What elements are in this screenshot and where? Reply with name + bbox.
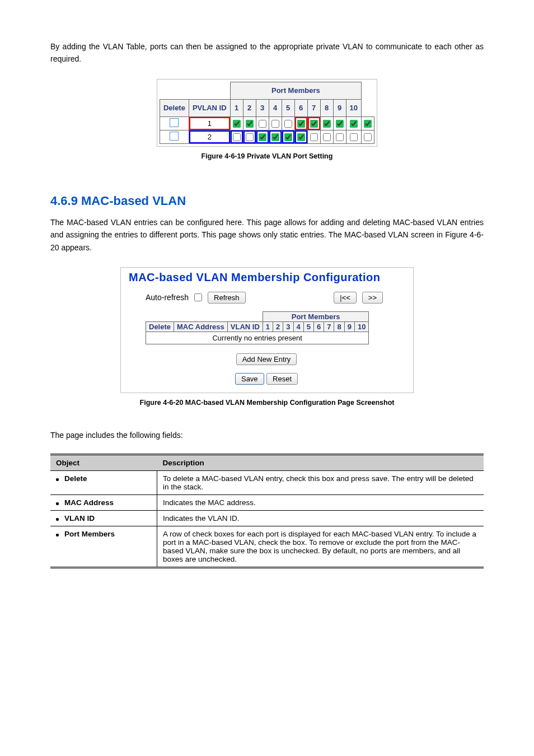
port-col-7: 7 xyxy=(307,99,320,116)
port-col-4: 4 xyxy=(293,321,303,332)
pvlan-table: Port Members DeletePVLAN ID12345678910 1… xyxy=(160,82,374,144)
port-member-checkbox[interactable] xyxy=(259,120,266,128)
object-name: VLAN ID xyxy=(64,514,95,522)
port-col-7: 7 xyxy=(324,321,334,332)
object-name: MAC Address xyxy=(64,498,114,507)
port-member-checkbox[interactable] xyxy=(364,120,372,128)
port-member-checkbox[interactable] xyxy=(297,120,305,128)
port-member-checkbox[interactable] xyxy=(297,133,305,141)
pvlanid-header: PVLAN ID xyxy=(189,99,230,116)
table-row: Port MembersA row of check boxes for eac… xyxy=(50,526,484,568)
object-name: Delete xyxy=(64,474,87,483)
table-row: MAC AddressIndicates the MAC address. xyxy=(50,495,484,511)
port-member-checkbox[interactable] xyxy=(350,133,358,141)
port-member-checkbox[interactable] xyxy=(246,133,254,141)
object-description: A row of check boxes for each port is di… xyxy=(157,526,484,568)
object-description: To delete a MAC-based VLAN entry, check … xyxy=(157,471,484,495)
vlanid-header: VLAN ID xyxy=(227,321,263,332)
mv-port-members-header: Port Members xyxy=(263,311,369,321)
port-col-4: 4 xyxy=(269,99,282,116)
port-member-checkbox[interactable] xyxy=(350,120,358,128)
port-member-checkbox[interactable] xyxy=(284,133,292,141)
intro-paragraph: By adding the VLAN Table, ports can then… xyxy=(50,40,484,66)
port-member-checkbox[interactable] xyxy=(271,133,279,141)
port-col-1: 1 xyxy=(263,321,273,332)
port-col-2: 2 xyxy=(273,321,283,332)
mv-empty-message: Currently no entries present xyxy=(146,332,369,344)
pvlan-row-2: 2 xyxy=(160,130,374,143)
port-col-1: 1 xyxy=(230,99,243,116)
port-member-checkbox[interactable] xyxy=(336,133,344,141)
port-member-checkbox[interactable] xyxy=(233,133,241,141)
port-col-5: 5 xyxy=(282,99,294,116)
table-intro-paragraph: The page includes the following fields: xyxy=(50,429,484,441)
port-col-8: 8 xyxy=(334,321,344,332)
table-row: VLAN IDIndicates the VLAN ID. xyxy=(50,511,484,526)
auto-refresh-checkbox[interactable] xyxy=(194,293,202,301)
port-col-8: 8 xyxy=(320,99,333,116)
object-description: Indicates the MAC address. xyxy=(157,495,484,511)
mac-header: MAC Address xyxy=(174,321,228,332)
port-col-10: 10 xyxy=(346,99,361,116)
section-heading: 4.6.9 MAC-based VLAN xyxy=(50,194,484,208)
port-member-checkbox[interactable] xyxy=(364,133,372,141)
port-member-checkbox[interactable] xyxy=(310,133,318,141)
pvlan-id-cell: 1 xyxy=(189,116,230,130)
save-button[interactable]: Save xyxy=(235,373,264,385)
port-col-3: 3 xyxy=(283,321,293,332)
macvlan-title: MAC-based VLAN Membership Configuration xyxy=(129,271,404,284)
table-row: DeleteTo delete a MAC-based VLAN entry, … xyxy=(50,471,484,495)
pvlan-row-1: 1 xyxy=(160,116,374,130)
port-members-header: Port Members xyxy=(230,82,361,99)
port-member-checkbox[interactable] xyxy=(336,120,344,128)
object-description: Indicates the VLAN ID. xyxy=(157,511,484,526)
bullet-icon xyxy=(56,534,59,536)
port-member-checkbox[interactable] xyxy=(284,120,292,128)
port-col-10: 10 xyxy=(354,321,368,332)
pvlan-id-cell: 2 xyxy=(189,130,230,143)
object-description-table: Object Description DeleteTo delete a MAC… xyxy=(50,454,484,568)
port-member-checkbox[interactable] xyxy=(259,133,266,141)
auto-refresh-label: Auto-refresh xyxy=(146,293,189,302)
add-new-entry-button[interactable]: Add New Entry xyxy=(236,353,297,365)
prev-button[interactable]: |<< xyxy=(334,292,357,304)
section-paragraph: The MAC-based VLAN entries can be config… xyxy=(50,216,484,254)
delete-header: Delete xyxy=(160,99,189,116)
reset-button[interactable]: Reset xyxy=(266,373,298,385)
port-member-checkbox[interactable] xyxy=(246,120,254,128)
pvlan-panel: Port Members DeletePVLAN ID12345678910 1… xyxy=(157,79,377,147)
port-col-5: 5 xyxy=(303,321,313,332)
desc-header: Description xyxy=(157,455,484,471)
figure1-caption: Figure 4-6-19 Private VLAN Port Setting xyxy=(50,152,484,160)
port-col-3: 3 xyxy=(256,99,269,116)
port-member-checkbox[interactable] xyxy=(271,120,279,128)
macvlan-table: Port Members DeleteMAC AddressVLAN ID123… xyxy=(146,311,369,344)
port-member-checkbox[interactable] xyxy=(233,120,241,128)
object-name: Port Members xyxy=(64,530,115,538)
obj-header: Object xyxy=(50,455,157,471)
bullet-icon xyxy=(56,502,59,505)
figure2-caption: Figure 4-6-20 MAC-based VLAN Membership … xyxy=(50,399,484,407)
port-col-9: 9 xyxy=(344,321,354,332)
bullet-icon xyxy=(56,518,59,521)
next-button[interactable]: >> xyxy=(362,292,383,304)
port-col-9: 9 xyxy=(333,99,346,116)
delete-checkbox[interactable] xyxy=(170,118,179,127)
port-member-checkbox[interactable] xyxy=(323,120,331,128)
port-col-6: 6 xyxy=(313,321,324,332)
refresh-button[interactable]: Refresh xyxy=(208,292,246,304)
bullet-icon xyxy=(56,478,59,481)
port-member-checkbox[interactable] xyxy=(310,120,318,128)
macvlan-panel: MAC-based VLAN Membership Configuration … xyxy=(120,267,414,393)
delete-header: Delete xyxy=(146,321,174,332)
port-col-2: 2 xyxy=(243,99,256,116)
port-member-checkbox[interactable] xyxy=(323,133,331,141)
port-col-6: 6 xyxy=(294,99,307,116)
delete-checkbox[interactable] xyxy=(170,132,179,141)
